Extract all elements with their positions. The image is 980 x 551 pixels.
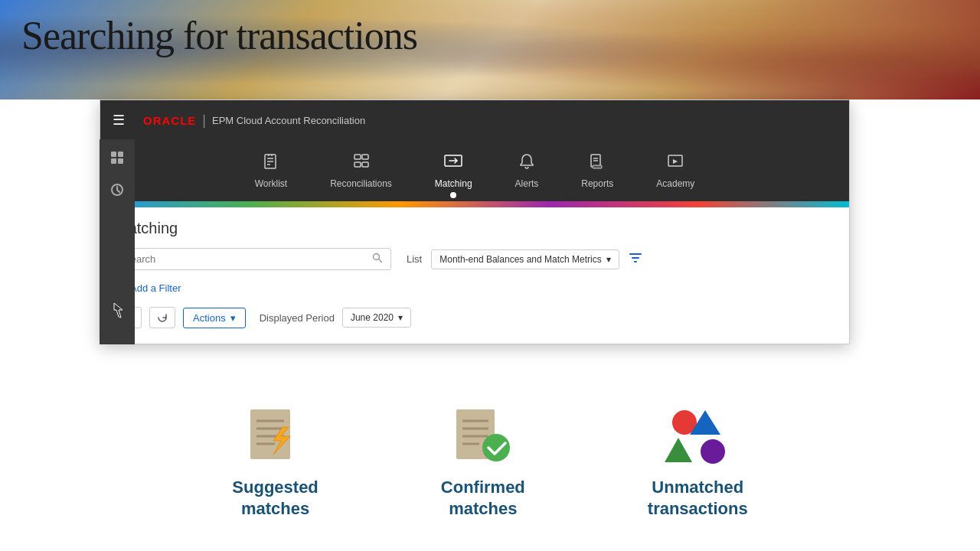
- svg-rect-15: [593, 165, 602, 168]
- svg-rect-10: [362, 155, 368, 159]
- nav-item-worklist[interactable]: Worklist: [234, 146, 309, 195]
- feature-suggested-matches: Suggested matches: [232, 405, 318, 520]
- nav-item-alerts[interactable]: Alerts: [494, 146, 560, 195]
- confirmed-matches-label: Confirmed matches: [441, 477, 525, 520]
- unmatched-transactions-label: Unmatched transactions: [648, 477, 748, 520]
- reconciliations-icon: [352, 152, 371, 174]
- page-title: Searching for transactions: [21, 14, 959, 57]
- alerts-label: Alerts: [515, 178, 539, 189]
- svg-rect-3: [118, 158, 123, 164]
- add-filter-label: Add a Filter: [130, 282, 181, 294]
- hamburger-menu[interactable]: ☰: [113, 112, 125, 129]
- svg-point-35: [701, 439, 725, 464]
- nav-item-reconciliations[interactable]: Reconciliations: [309, 146, 413, 195]
- nav-bar: ☰ ORACLE | EPM Cloud Account Reconciliat…: [100, 100, 849, 140]
- svg-rect-2: [111, 158, 116, 164]
- worklist-label: Worklist: [255, 178, 287, 189]
- svg-rect-9: [354, 155, 361, 159]
- filter-icon[interactable]: [629, 251, 642, 268]
- refresh-button[interactable]: [149, 307, 175, 328]
- reconciliations-label: Reconciliations: [330, 178, 392, 189]
- actions-row: Actions ▾ Displayed Period June 2020 ▾: [116, 307, 834, 328]
- list-dropdown-arrow: ▾: [606, 254, 611, 265]
- academy-icon: [666, 152, 684, 174]
- top-nav-icons: Worklist Reconciliations Matching: [100, 140, 849, 201]
- matching-icon: [443, 151, 463, 174]
- sidebar-icon-2[interactable]: [105, 178, 129, 202]
- search-icon: [372, 253, 383, 266]
- matching-label: Matching: [435, 178, 472, 189]
- svg-marker-34: [665, 438, 692, 462]
- svg-rect-21: [250, 409, 290, 459]
- app-name: EPM Cloud Account Reconciliation: [212, 115, 365, 126]
- main-heading-container: Searching for transactions: [0, 14, 980, 57]
- app-window: ☰ ORACLE | EPM Cloud Account Reconciliat…: [100, 99, 850, 344]
- unmatched-transactions-icon-area: [663, 405, 732, 466]
- list-label: List: [407, 253, 422, 265]
- nav-item-academy[interactable]: Academy: [635, 146, 716, 195]
- period-value: June 2020: [351, 312, 394, 323]
- suggested-matches-icon-area: [241, 405, 310, 466]
- list-value: Month-end Balances and Match Metrics: [439, 254, 601, 265]
- nav-item-reports[interactable]: Reports: [560, 146, 635, 195]
- svg-rect-1: [118, 152, 123, 157]
- sidebar-icon-1[interactable]: [105, 145, 129, 170]
- svg-rect-11: [354, 162, 361, 167]
- sidebar: [100, 139, 135, 344]
- suggested-matches-label: Suggested matches: [232, 477, 318, 520]
- period-dropdown-arrow: ▾: [398, 312, 403, 323]
- period-dropdown[interactable]: June 2020 ▾: [342, 308, 411, 328]
- reports-icon: [588, 152, 606, 174]
- actions-label: Actions: [193, 312, 226, 324]
- feature-confirmed-matches: Confirmed matches: [441, 405, 525, 520]
- svg-point-31: [482, 434, 510, 461]
- svg-rect-0: [111, 152, 116, 157]
- search-box[interactable]: [116, 248, 391, 270]
- content-area: Matching List Month-end Balances and Mat…: [100, 207, 849, 341]
- color-strip: [100, 201, 849, 207]
- actions-dropdown-arrow: ▾: [230, 312, 236, 324]
- nav-item-matching[interactable]: Matching: [413, 145, 494, 195]
- feature-unmatched-transactions: Unmatched transactions: [648, 405, 748, 520]
- svg-rect-12: [362, 162, 368, 167]
- search-input[interactable]: [124, 253, 369, 265]
- period-label: Displayed Period: [260, 312, 335, 324]
- academy-label: Academy: [656, 178, 694, 189]
- search-row: List Month-end Balances and Match Metric…: [116, 248, 834, 270]
- worklist-icon: [262, 152, 280, 174]
- actions-dropdown[interactable]: Actions ▾: [183, 308, 246, 328]
- reports-label: Reports: [581, 178, 613, 189]
- filter-row: ⊕ Add a Filter: [116, 279, 834, 296]
- svg-line-20: [379, 259, 382, 262]
- nav-logo: ORACLE | EPM Cloud Account Reconciliatio…: [143, 112, 365, 129]
- alerts-icon: [518, 152, 536, 174]
- logo-divider: |: [202, 112, 206, 129]
- list-dropdown[interactable]: Month-end Balances and Match Metrics ▾: [431, 249, 619, 269]
- confirmed-matches-icon-area: [449, 405, 518, 466]
- matching-title: Matching: [116, 220, 834, 237]
- oracle-logo: ORACLE: [143, 114, 196, 127]
- bottom-features: Suggested matches Confirmed matches: [0, 405, 980, 520]
